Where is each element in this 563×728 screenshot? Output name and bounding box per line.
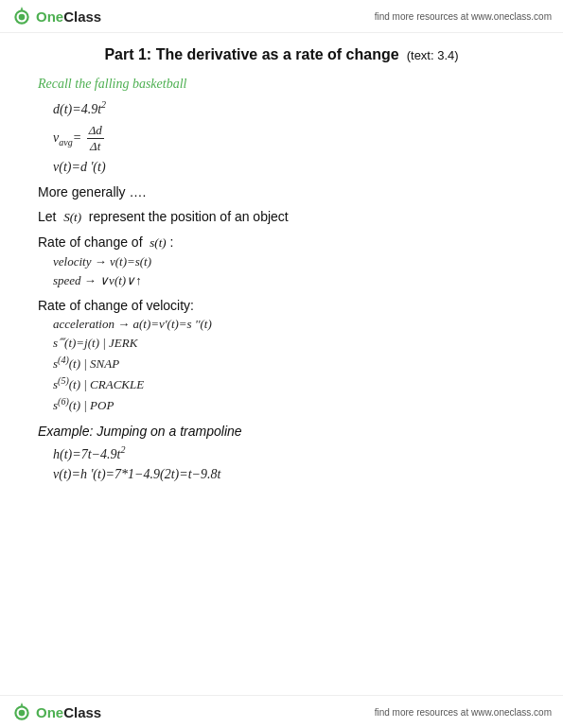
rate-velocity-label: Rate of change of velocity:	[38, 298, 525, 313]
text-ref: (text: 3.4)	[403, 48, 459, 62]
velocity-line: velocity → v(t)=s(t)	[53, 254, 525, 269]
equation-vavg: vavg= Δd Δt	[53, 123, 525, 154]
jerk-line: s‴(t)=j(t) | JERK	[53, 336, 525, 351]
header-tagline: find more resources at www.oneclass.com	[375, 11, 552, 22]
h-equation: h(t)=7t−4.9t2	[53, 444, 525, 462]
main-content: Part 1: The derivative as a rate of chan…	[0, 33, 563, 501]
v-equation: v(t)=h '(t)=7*1−4.9(2t)=t−9.8t	[53, 467, 525, 482]
acceleration-line: acceleration → a(t)=v'(t)=s ''(t)	[53, 317, 525, 332]
pop-line: s(6)(t) | POP	[53, 396, 525, 413]
equation-d: d(t)=4.9t2	[53, 99, 525, 117]
header-logo: OneClass	[11, 6, 101, 26]
fraction-vavg: Δd Δt	[87, 123, 104, 154]
svg-point-2	[19, 14, 26, 21]
let-line: Let S(t) represent the position of an ob…	[38, 209, 525, 225]
footer-logo: OneClass	[11, 702, 101, 722]
svg-point-6	[19, 710, 26, 717]
s-t2-inline: s(t)	[150, 235, 166, 250]
speed-line: speed → ∨v(t)∨↑	[53, 273, 525, 288]
recall-label: Recall the falling basketball	[38, 77, 525, 92]
more-generally: More generally ….	[38, 184, 525, 199]
footer-logo-icon	[11, 702, 32, 722]
footer-logo-label: OneClass	[36, 704, 101, 720]
page-title: Part 1: The derivative as a rate of chan…	[38, 46, 525, 63]
logo-label: OneClass	[36, 9, 101, 25]
footer-tagline: find more resources at www.oneclass.com	[375, 707, 552, 718]
equation-vinst: v(t)=d '(t)	[53, 160, 525, 175]
crackle-line: s(5)(t) | CRACKLE	[53, 375, 525, 392]
logo-icon	[11, 6, 32, 26]
s-t-inline: S(t)	[63, 210, 81, 224]
rate-of-change-label: Rate of change of s(t) :	[38, 234, 525, 251]
header: OneClass find more resources at www.onec…	[0, 0, 563, 33]
footer: OneClass find more resources at www.onec…	[0, 695, 563, 728]
snap-line: s(4)(t) | SNAP	[53, 355, 525, 372]
example-label: Example: Jumping on a trampoline	[38, 424, 525, 439]
